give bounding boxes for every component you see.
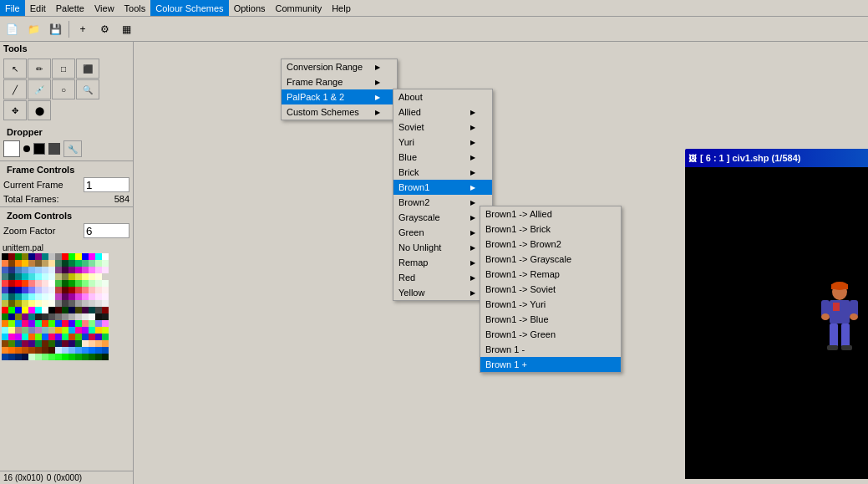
palette-cell[interactable] [22, 334, 28, 340]
palette-cell[interactable] [42, 307, 48, 313]
palette-cell[interactable] [8, 273, 15, 280]
palette-cell[interactable] [22, 347, 28, 354]
palpack-soviet[interactable]: Soviet ▶ [393, 120, 492, 135]
palette-cell[interactable] [69, 287, 75, 293]
palette-cell[interactable] [35, 300, 42, 307]
palette-cell[interactable] [69, 273, 75, 280]
palette-cell[interactable] [75, 320, 82, 327]
palette-cell[interactable] [55, 340, 62, 347]
palette-cell[interactable] [102, 334, 109, 340]
palette-cell[interactable] [35, 280, 42, 287]
palette-cell[interactable] [22, 313, 28, 320]
palette-cell[interactable] [95, 267, 102, 273]
palpack-grayscale[interactable]: Grayscale ▶ [393, 210, 492, 225]
palette-cell[interactable] [55, 253, 62, 260]
palette-cell[interactable] [2, 293, 8, 300]
palette-cell[interactable] [35, 273, 42, 280]
palette-cell[interactable] [15, 340, 22, 347]
palette-cell[interactable] [28, 340, 35, 347]
palette-cell[interactable] [69, 354, 75, 360]
palette-cell[interactable] [69, 327, 75, 334]
tool-zoom-in[interactable]: 🔍 [76, 79, 99, 99]
palette-cell[interactable] [15, 300, 22, 307]
brown1-minus[interactable]: Brown 1 - [480, 342, 621, 357]
palette-cell[interactable] [22, 327, 28, 334]
palette-cell[interactable] [8, 340, 15, 347]
menu-conversion-range[interactable]: Conversion Range ▶ [282, 59, 397, 74]
palette-cell[interactable] [82, 340, 89, 347]
palette-cell[interactable] [22, 293, 28, 300]
palette-cell[interactable] [2, 354, 8, 360]
palette-cell[interactable] [2, 307, 8, 313]
palette-cell[interactable] [75, 273, 82, 280]
palette-cell[interactable] [75, 300, 82, 307]
palette-cell[interactable] [42, 327, 48, 334]
palpack-blue[interactable]: Blue ▶ [393, 150, 492, 165]
palette-cell[interactable] [62, 287, 69, 293]
palette-cell[interactable] [48, 340, 55, 347]
palette-cell[interactable] [62, 280, 69, 287]
palette-cell[interactable] [102, 307, 109, 313]
palette-cell[interactable] [48, 260, 55, 267]
palette-cell[interactable] [82, 273, 89, 280]
palette-cell[interactable] [2, 320, 8, 327]
palette-cell[interactable] [75, 354, 82, 360]
palette-cell[interactable] [75, 287, 82, 293]
palette-cell[interactable] [82, 280, 89, 287]
toolbar-settings[interactable]: ⚙ [94, 19, 114, 39]
palette-cell[interactable] [42, 253, 48, 260]
palette-cell[interactable] [15, 273, 22, 280]
palette-cell[interactable] [69, 313, 75, 320]
palette-cell[interactable] [62, 320, 69, 327]
palette-cell[interactable] [2, 260, 8, 267]
palette-cell[interactable] [35, 267, 42, 273]
palette-cell[interactable] [28, 273, 35, 280]
palette-cell[interactable] [55, 293, 62, 300]
palette-cell[interactable] [2, 300, 8, 307]
palette-cell[interactable] [89, 293, 95, 300]
palette-cell[interactable] [8, 253, 15, 260]
palette-cell[interactable] [82, 267, 89, 273]
palette-cell[interactable] [69, 293, 75, 300]
palette-cell[interactable] [69, 260, 75, 267]
palette-cell[interactable] [8, 300, 15, 307]
brown1-grayscale[interactable]: Brown1 -> Grayscale [480, 252, 621, 267]
menu-colour-schemes[interactable]: Colour Schemes [150, 0, 228, 16]
palette-cell[interactable] [8, 287, 15, 293]
brown1-soviet[interactable]: Brown1 -> Soviet [480, 282, 621, 297]
palette-cell[interactable] [89, 340, 95, 347]
palette-cell[interactable] [42, 267, 48, 273]
tool-circle[interactable]: ○ [52, 79, 75, 99]
palette-cell[interactable] [82, 300, 89, 307]
palette-cell[interactable] [82, 293, 89, 300]
palette-cell[interactable] [55, 320, 62, 327]
palette-cell[interactable] [42, 293, 48, 300]
palette-cell[interactable] [48, 313, 55, 320]
brown1-plus[interactable]: Brown 1 + [480, 357, 621, 372]
palette-cell[interactable] [102, 287, 109, 293]
palette-cell[interactable] [28, 300, 35, 307]
palette-cell[interactable] [95, 340, 102, 347]
palette-cell[interactable] [95, 307, 102, 313]
palpack-remap[interactable]: Remap ▶ [393, 255, 492, 270]
palette-cell[interactable] [62, 354, 69, 360]
palette-cell[interactable] [22, 253, 28, 260]
palette-cell[interactable] [69, 267, 75, 273]
palette-cell[interactable] [89, 354, 95, 360]
palette-cell[interactable] [28, 320, 35, 327]
menu-help[interactable]: Help [327, 0, 356, 16]
palette-cell[interactable] [82, 287, 89, 293]
palette-cell[interactable] [95, 293, 102, 300]
palette-cell[interactable] [22, 354, 28, 360]
palette-cell[interactable] [75, 313, 82, 320]
palette-cell[interactable] [15, 253, 22, 260]
palette-cell[interactable] [55, 300, 62, 307]
palette-cell[interactable] [69, 334, 75, 340]
palette-cell[interactable] [89, 287, 95, 293]
palette-cell[interactable] [22, 280, 28, 287]
palette-cell[interactable] [42, 313, 48, 320]
palette-cell[interactable] [75, 293, 82, 300]
palette-cell[interactable] [55, 307, 62, 313]
palette-cell[interactable] [15, 327, 22, 334]
tool-wand[interactable]: ⬤ [28, 100, 51, 120]
